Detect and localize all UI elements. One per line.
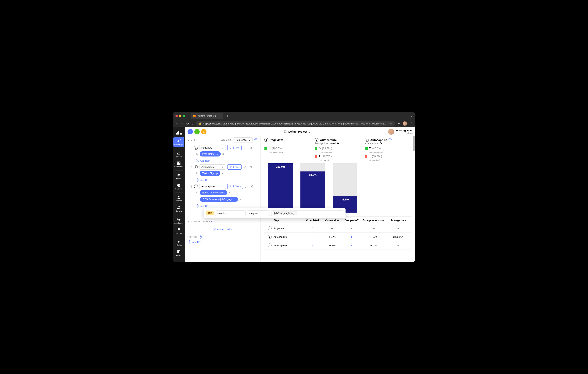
arrow-right-icon: → (315, 147, 317, 150)
td-step: Autocapture (273, 244, 303, 247)
property-select[interactable]: selector ⌄ (215, 211, 245, 216)
status-ok-pill[interactable]: ✓ (194, 129, 200, 134)
sidebar-item-project[interactable]: Project (173, 248, 184, 258)
event-select[interactable]: Autocapture ⌄ (199, 184, 226, 189)
sidebar-item-sessions[interactable]: Sessions (173, 182, 184, 191)
sidebar-item-cohorts[interactable]: Cohorts (173, 204, 184, 214)
scrollbar[interactable] (413, 136, 415, 151)
extensions-icon[interactable]: ✦ (398, 122, 400, 125)
sidebar-item-annotations[interactable]: Annotations (173, 216, 184, 225)
chevron-down-icon: ⌄ (248, 139, 251, 141)
remove-filter-icon[interactable]: × (222, 172, 223, 175)
close-window-button[interactable] (175, 115, 178, 117)
completed-link[interactable]: 2 (312, 244, 313, 247)
minimize-window-button[interactable] (179, 115, 181, 117)
main: ✓ ∧ Default Project ⌄ Phil Leggetter Pos… (185, 127, 415, 262)
add-exclusion-button[interactable]: + Add exclusion (188, 226, 257, 233)
add-filter-button[interactable]: + Add filter (196, 204, 257, 207)
sidebar-item-persons[interactable]: Persons (173, 194, 184, 203)
dropped-link[interactable]: 3 (351, 244, 352, 247)
funnel-bar[interactable]: 100.0% (268, 163, 293, 213)
completed-link[interactable]: 5 (312, 235, 313, 238)
plus-circle-icon: + (196, 204, 199, 207)
sidebar-item-plugins[interactable]: Plugins (173, 238, 184, 248)
info-icon[interactable]: ? (211, 220, 214, 223)
remove-filter-icon[interactable]: × (222, 152, 224, 156)
info-icon[interactable]: i (388, 138, 392, 141)
funnel-bar[interactable]: 33.3% (333, 163, 357, 213)
chevron-down-icon: ⌄ (222, 166, 224, 168)
sidebar-item-dashboards[interactable]: Dashboards (173, 160, 184, 169)
filter-count-button[interactable]: 1 filter (227, 145, 242, 150)
add-filter-button[interactable]: + Add filter (196, 159, 257, 162)
add-global-filter-button[interactable]: + Add filter (188, 240, 257, 244)
drag-handle-icon[interactable]: ⋮⋮ (188, 146, 192, 149)
step-number-badge: 3 (268, 244, 272, 247)
filter-count-button[interactable]: 2 filters (227, 184, 243, 189)
kebab-menu-icon[interactable]: ⋮ (410, 121, 413, 126)
maximize-window-button[interactable] (183, 115, 185, 117)
table-row: 1 Pageview 6 – – – – (264, 224, 411, 233)
chevron-down-icon: ⌄ (222, 146, 224, 149)
dropped-link[interactable]: 1 (351, 235, 352, 238)
profile-avatar-icon[interactable] (403, 121, 407, 126)
delete-icon[interactable] (250, 184, 254, 189)
operator-select[interactable]: = equals ⌄ (247, 211, 270, 216)
sidebar-item-new-insight[interactable]: New Insight (173, 137, 184, 147)
comment-icon (177, 217, 181, 221)
th-avg: Average time (387, 219, 410, 222)
search-pill-button[interactable] (188, 129, 193, 134)
svg-point-19 (189, 130, 191, 132)
td-conversion: – (322, 227, 342, 230)
th-dropped: Dropped off (342, 219, 361, 222)
content: STEPS Step Order Sequential ⌄ ? ⋮⋮ 1 Pag… (185, 136, 415, 262)
filter-count-button[interactable]: 1 filter (227, 164, 242, 170)
new-tab-button[interactable]: + (227, 114, 229, 118)
svg-marker-6 (177, 173, 180, 175)
filter-chip[interactable]: Event Type = submit (200, 190, 227, 195)
filter-chip[interactable]: Path Name = / (200, 151, 221, 157)
user-menu[interactable]: Phil Leggetter PostHog (388, 129, 413, 135)
value-input[interactable]: [id="sign_up_form"] × (271, 210, 343, 216)
sidebar-item-insights[interactable]: Insights (173, 150, 184, 159)
delete-icon[interactable] (249, 146, 253, 150)
info-icon[interactable]: ? (199, 235, 202, 238)
filter-chip[interactable]: CSS Selector = [id="sign_up_... (200, 197, 238, 202)
event-select[interactable]: Pageview ⌄ (199, 145, 226, 150)
td-completed: 2 (303, 244, 322, 247)
svg-rect-1 (178, 140, 179, 142)
forward-button[interactable]: → (181, 122, 184, 125)
tab-close-icon[interactable]: × (219, 114, 220, 118)
sidebar-item-events[interactable]: Events (173, 172, 184, 181)
chevron-down-icon: ⌄ (222, 185, 224, 188)
reload-button[interactable]: ⟳ (186, 122, 189, 125)
drag-handle-icon[interactable]: ⋮⋮ (188, 185, 192, 188)
back-button[interactable]: ← (175, 122, 178, 125)
svg-point-16 (179, 219, 180, 220)
remove-tag-icon[interactable]: × (295, 212, 296, 214)
edit-icon[interactable] (244, 184, 249, 189)
chevron-down-icon[interactable]: ⌄ (411, 115, 413, 117)
remove-filter-icon[interactable]: × (229, 191, 230, 194)
info-icon[interactable]: ? (254, 138, 257, 141)
add-filter-button[interactable]: + Add filter (196, 179, 257, 182)
url-field[interactable]: 🔒 myposthog.com/insights?insight=FUNNELS… (196, 121, 395, 126)
event-select[interactable]: Autocapture ⌄ (199, 164, 226, 170)
step-order-select[interactable]: Sequential ⌄ (234, 137, 252, 142)
td-prev: – (361, 227, 387, 230)
delete-icon[interactable] (249, 165, 253, 169)
edit-icon[interactable] (243, 146, 247, 150)
funnel-bar[interactable]: 83.3% (300, 163, 325, 213)
filter-chip[interactable]: Text = SignUp (200, 171, 220, 176)
project-selector[interactable]: Default Project ⌄ (284, 130, 311, 133)
browser-tab[interactable]: Insights · PostHog × (190, 113, 223, 119)
edit-icon[interactable] (243, 165, 247, 169)
home-button[interactable]: ⌂ (191, 122, 193, 125)
drag-handle-icon[interactable]: ⋮⋮ (188, 166, 192, 169)
status-warn-pill[interactable]: ∧ (201, 129, 207, 134)
sidebar-item-feature-flags[interactable]: Feat. Flags (173, 226, 184, 236)
remove-filter-icon[interactable]: × (240, 198, 241, 201)
completed-link[interactable]: 6 (312, 227, 313, 230)
dropped-pct: (60.0% ) (372, 155, 382, 158)
bookmark-star-icon[interactable]: ☆ (390, 122, 392, 125)
